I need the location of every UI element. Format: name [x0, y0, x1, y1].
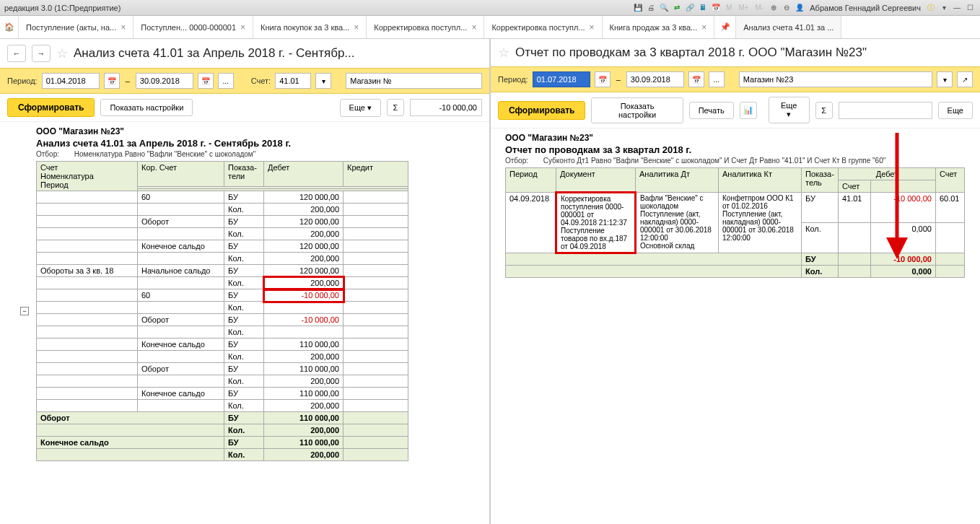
- info-icon[interactable]: ⓘ: [925, 2, 937, 14]
- print-icon[interactable]: 🖨: [645, 2, 657, 14]
- th-period: Период: [506, 168, 556, 193]
- form-button[interactable]: Сформировать: [498, 101, 585, 120]
- zoom-out-icon[interactable]: ⊖: [781, 2, 792, 14]
- amount-display[interactable]: [410, 99, 482, 116]
- table-row[interactable]: ОборотБУ-10 000,00: [37, 314, 408, 326]
- table-row[interactable]: Кол.200,000: [37, 351, 408, 363]
- table-row[interactable]: Кол.200,000: [37, 204, 408, 216]
- table-row[interactable]: Обороты за 3 кв. 18Начальное сальдоБУ120…: [37, 265, 408, 277]
- close-icon[interactable]: ×: [590, 22, 595, 32]
- table-row[interactable]: Кол.200,000: [37, 228, 408, 240]
- preview-icon[interactable]: 🔍: [658, 2, 670, 14]
- favorite-icon[interactable]: ☆: [56, 45, 68, 61]
- more-button[interactable]: Еще ▾: [340, 99, 381, 117]
- more-button-2[interactable]: Еще: [938, 102, 973, 119]
- settings-button[interactable]: Показать настройки: [591, 97, 683, 123]
- table-row[interactable]: 60БУ-10 000,00: [37, 289, 408, 302]
- tab-item[interactable]: Поступление (акты, на...×: [19, 16, 134, 38]
- calendar-icon[interactable]: 📅: [198, 73, 214, 89]
- settings-button[interactable]: Показать настройки: [100, 99, 193, 116]
- total-row: БУ -10 000,00: [506, 253, 965, 266]
- minimize-icon[interactable]: —: [951, 2, 963, 14]
- report-table[interactable]: Счет Номенклатура Период Кор. Счет Показ…: [36, 161, 408, 461]
- date-from-input[interactable]: [42, 73, 100, 89]
- calc-icon[interactable]: 🖩: [697, 2, 709, 14]
- tab-item[interactable]: Корректировка поступл...×: [367, 16, 484, 38]
- table-row[interactable]: 04.09.2018 Корректировка поступления 000…: [506, 193, 965, 223]
- close-icon[interactable]: ×: [121, 22, 126, 32]
- save-icon[interactable]: 💾: [632, 2, 644, 14]
- collapse-toggle[interactable]: −: [20, 307, 29, 315]
- th-debit: Дебет: [264, 162, 344, 187]
- close-icon[interactable]: ×: [701, 22, 706, 32]
- tab-item[interactable]: Книга покупок за 3 ква...×: [253, 16, 367, 38]
- print-button[interactable]: Печать: [689, 102, 734, 119]
- form-button[interactable]: Сформировать: [7, 98, 95, 117]
- tab-item[interactable]: Книга продаж за 3 ква...×: [603, 16, 715, 38]
- mem-plus-icon[interactable]: М+: [736, 2, 751, 14]
- table-row[interactable]: Конечное сальдоБУ110 000,00: [37, 388, 408, 400]
- user-name[interactable]: Абрамов Геннадий Сергеевич: [807, 4, 924, 12]
- close-icon[interactable]: ×: [354, 22, 359, 32]
- mem-minus-icon[interactable]: М-: [752, 2, 766, 14]
- dropdown-icon[interactable]: ▾: [315, 73, 331, 89]
- dropdown-icon[interactable]: ▾: [938, 2, 950, 14]
- table-row[interactable]: Кол.: [37, 326, 408, 339]
- date-from-input[interactable]: [533, 71, 590, 87]
- export-icon[interactable]: 📊: [740, 102, 757, 119]
- table-row[interactable]: Кол.200,000: [37, 277, 408, 289]
- maximize-icon[interactable]: ☐: [964, 2, 976, 14]
- date-to-input[interactable]: [136, 73, 193, 89]
- tab-item[interactable]: Поступлен... 0000-000001×: [134, 16, 253, 38]
- forward-button[interactable]: →: [32, 45, 51, 62]
- user-icon: 👤: [794, 2, 805, 14]
- titlebar-actions: 💾 🖨 🔍 ⇄ 🔗 🖩 📅 М М+ М- ⊕ ⊖ 👤 Абрамов Генн…: [632, 2, 976, 14]
- home-tab[interactable]: 🏠: [0, 16, 19, 38]
- org-input[interactable]: [739, 71, 932, 87]
- period-picker-button[interactable]: ...: [218, 73, 234, 89]
- filter-bar: Период: 📅 – 📅 ... Счет: ▾: [0, 68, 489, 94]
- tab-label: Книга покупок за 3 ква...: [261, 23, 349, 32]
- calendar-icon[interactable]: 📅: [688, 71, 704, 87]
- zoom-in-icon[interactable]: ⊕: [768, 2, 779, 14]
- more-button[interactable]: Еще ▾: [769, 97, 810, 123]
- amount-display[interactable]: [839, 102, 932, 119]
- sigma-icon[interactable]: Σ: [815, 102, 833, 119]
- date-to-input[interactable]: [626, 71, 684, 87]
- th-cor-account: Кор. Счет: [138, 162, 224, 187]
- table-row[interactable]: ОборотБУ120 000,00: [37, 216, 408, 228]
- close-icon[interactable]: ×: [471, 22, 476, 32]
- table-row[interactable]: Кол.200,000: [37, 375, 408, 388]
- table-row[interactable]: 60БУ120 000,00: [37, 191, 408, 204]
- action-bar: Сформировать Показать настройки Печать 📊…: [491, 92, 980, 128]
- org-input[interactable]: [346, 73, 482, 89]
- favorite-icon[interactable]: ☆: [498, 45, 509, 61]
- dropdown-icon[interactable]: ▾: [937, 71, 953, 87]
- close-icon[interactable]: ×: [240, 22, 245, 32]
- tab-item[interactable]: Анализ счета 41.01 за ...: [736, 16, 841, 38]
- calendar-icon[interactable]: 📅: [595, 71, 611, 87]
- report-table[interactable]: Период Документ Аналитика Дт Аналитика К…: [505, 167, 965, 278]
- compare-icon[interactable]: ⇄: [671, 2, 683, 14]
- open-icon[interactable]: ↗: [957, 71, 973, 87]
- table-row[interactable]: Кол.200,000: [37, 400, 408, 412]
- calendar-icon[interactable]: 📅: [710, 2, 722, 14]
- table-row[interactable]: Кол.200,000: [37, 253, 408, 265]
- table-row[interactable]: ОборотБУ110 000,00: [37, 363, 408, 375]
- table-row[interactable]: Кол.: [37, 302, 408, 314]
- tab-item[interactable]: Корректировка поступл...×: [484, 16, 602, 38]
- calendar-icon[interactable]: 📅: [104, 73, 120, 89]
- back-button[interactable]: ←: [7, 45, 26, 62]
- total-row: Конечное сальдоБУ110 000,00: [37, 437, 408, 449]
- account-input[interactable]: [275, 73, 311, 89]
- th-account: Счет Номенклатура Период: [37, 162, 138, 191]
- link-icon[interactable]: 🔗: [684, 2, 696, 14]
- table-row[interactable]: Конечное сальдоБУ120 000,00: [37, 240, 408, 253]
- tab-label: Книга продаж за 3 ква...: [610, 23, 698, 32]
- period-picker-button[interactable]: ...: [709, 71, 725, 87]
- sigma-icon[interactable]: Σ: [387, 99, 404, 116]
- table-row[interactable]: Конечное сальдоБУ110 000,00: [37, 339, 408, 351]
- period-label: Период:: [7, 77, 38, 85]
- pin-icon[interactable]: 📌: [714, 16, 736, 38]
- mem-icon[interactable]: М: [723, 2, 735, 14]
